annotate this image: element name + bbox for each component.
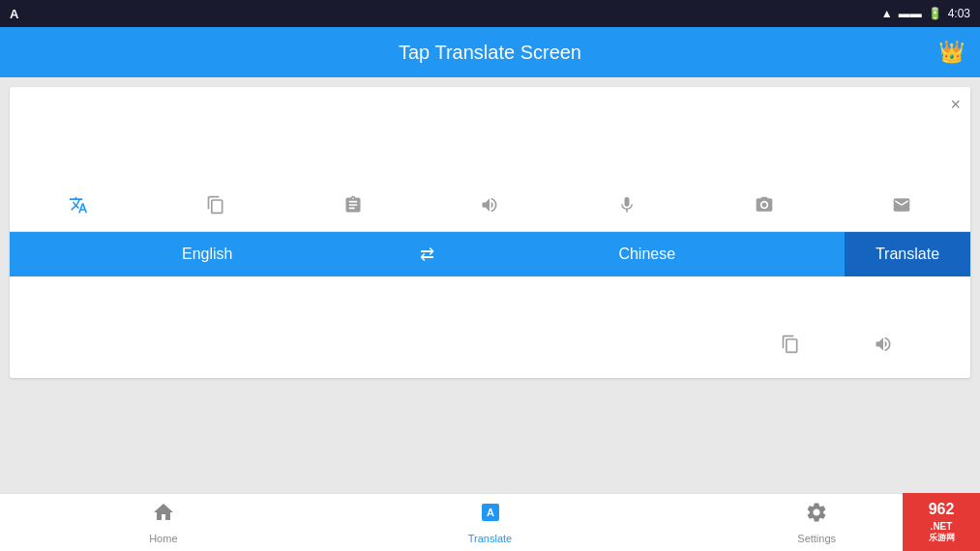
settings-icon [805,501,828,530]
target-language-button[interactable]: Chinese [450,232,846,276]
swap-languages-button[interactable]: ⇄ [405,232,450,276]
settings-label: Settings [797,533,836,544]
translate-nav-label: Translate [468,533,512,544]
copy-icon[interactable] [198,191,233,223]
home-icon [152,501,175,530]
language-bar: English ⇄ Chinese Translate [10,232,970,276]
camera-icon[interactable] [747,191,782,223]
svg-text:A: A [487,507,494,518]
nav-translate[interactable]: A Translate [327,495,654,550]
volume-icon[interactable] [472,191,507,223]
close-button[interactable]: × [950,95,961,115]
wifi-icon: ▲ [881,7,893,20]
output-toolbar [21,327,959,366]
mic-icon[interactable] [609,191,644,223]
output-text [21,288,959,327]
input-toolbar [10,188,970,232]
translate-icon[interactable] [61,191,96,223]
translate-button[interactable]: Translate [845,232,970,276]
signal-icon: ▬▬ [899,7,922,20]
main-content: × [0,77,980,388]
home-label: Home [149,533,177,544]
nav-home[interactable]: Home [0,495,327,550]
status-icons: ▲ ▬▬ 🔋 4:03 [881,7,970,20]
clipboard-icon[interactable] [336,191,371,223]
premium-icon[interactable]: 👑 [938,40,965,65]
battery-icon: 🔋 [928,7,942,20]
translation-card: × [10,87,970,378]
time-display: 4:03 [948,7,970,20]
volume-output-icon[interactable] [866,331,901,362]
output-area [10,276,970,378]
copy-output-icon[interactable] [773,331,808,362]
input-textarea[interactable] [21,99,932,176]
app-icon: A [10,7,18,21]
watermark-badge: 962 .NET 乐游网 [903,493,980,551]
status-bar: A ▲ ▬▬ 🔋 4:03 [0,0,980,27]
email-icon[interactable] [884,191,919,223]
source-language-button[interactable]: English [10,232,405,276]
input-area: × [10,87,970,188]
app-bar: Tap Translate Screen 👑 [0,27,980,77]
translate-nav-icon: A [479,501,502,530]
app-title: Tap Translate Screen [399,42,581,64]
bottom-nav: Home A Translate Settings 962 .NET 乐游网 [0,493,980,551]
